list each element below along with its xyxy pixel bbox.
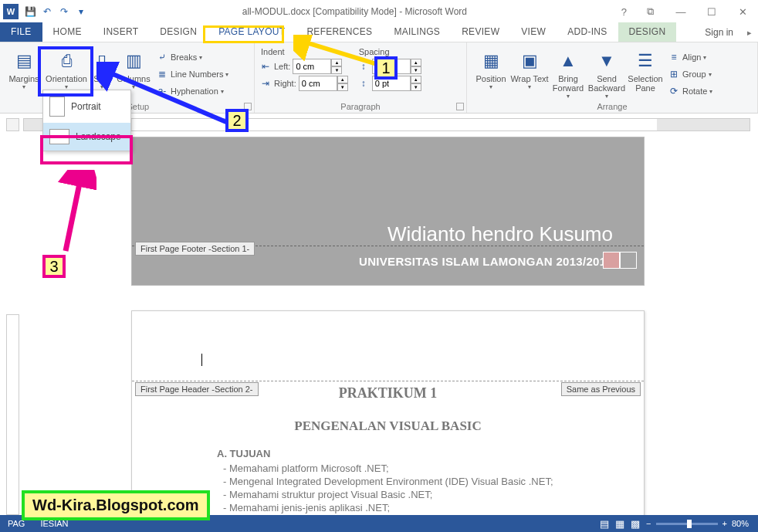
- qat-save-icon[interactable]: 💾: [23, 5, 37, 19]
- rotate-button[interactable]: ⟳Rotate▾: [668, 83, 712, 100]
- position-icon: ▦: [479, 49, 503, 73]
- ribbon-tab-strip: FILE HOME INSERT DESIGN PAGE LAYOUT REFE…: [0, 23, 758, 42]
- group-arrange: ▦Position▾ ▣Wrap Text▾ ▲Bring Forward▾ ▼…: [467, 42, 758, 113]
- tab-mailings[interactable]: MAILINGS: [383, 22, 451, 42]
- text-cursor: [201, 354, 202, 366]
- position-button[interactable]: ▦Position▾: [472, 46, 510, 100]
- close-icon[interactable]: ✕: [727, 2, 758, 22]
- zoom-percent[interactable]: 80%: [732, 519, 749, 528]
- tab-insert[interactable]: INSERT: [93, 22, 150, 42]
- doc-outline: A. TUJUAN - Memahami platform Microsoft …: [217, 448, 582, 515]
- window-title: all-MODUL.docx [Compatibility Mode] - Mi…: [88, 6, 621, 17]
- tab-design[interactable]: DESIGN: [149, 22, 208, 42]
- annotation-highlight-pagelayout: [203, 25, 284, 43]
- page-1-footer-area: First Page Footer -Section 1- Widianto h…: [131, 137, 645, 286]
- indent-left-input[interactable]: ▲▼: [293, 59, 342, 74]
- view-print-icon[interactable]: ▦: [615, 518, 624, 530]
- indent-right-input[interactable]: ▲▼: [299, 76, 348, 91]
- annotation-highlight-orientation: [38, 46, 93, 97]
- ribbon-collapse-icon[interactable]: ▸: [741, 24, 758, 42]
- rotate-icon: ⟳: [668, 85, 680, 97]
- annotation-step-1: 1: [374, 56, 398, 80]
- line-numbers-icon: ≣: [156, 68, 168, 80]
- indent-left-icon: ⇤: [259, 60, 272, 73]
- annotation-step-2: 2: [225, 109, 249, 132]
- annotation-highlight-landscape: [40, 135, 133, 164]
- paragraph-dialog-icon[interactable]: [456, 103, 464, 110]
- tab-review[interactable]: REVIEW: [451, 22, 510, 42]
- align-button[interactable]: ≡Align▾: [668, 49, 712, 66]
- footer-squares: [603, 252, 637, 269]
- margins-icon: ▤: [12, 49, 36, 73]
- footer-author: Widianto hendro Kusumo: [271, 222, 613, 246]
- indent-right-icon: ⇥: [259, 77, 272, 90]
- qat-customize-icon[interactable]: ▾: [74, 5, 88, 19]
- wrap-text-icon: ▣: [517, 49, 542, 73]
- breaks-icon: ⤶: [156, 51, 168, 63]
- page-2[interactable]: First Page Header -Section 2- Same as Pr…: [131, 310, 645, 515]
- zoom-in-icon[interactable]: +: [722, 519, 727, 528]
- spacing-after-icon: ↕: [357, 77, 370, 90]
- word-app-icon: W: [3, 4, 19, 19]
- align-icon: ≡: [668, 51, 680, 63]
- tab-view[interactable]: VIEW: [510, 22, 557, 42]
- document-workspace: First Page Footer -Section 1- Widianto h…: [0, 114, 758, 515]
- sign-in-link[interactable]: Sign in: [697, 23, 741, 42]
- hyphenation-button[interactable]: a-Hyphenation▾: [156, 83, 228, 100]
- qat-undo-icon[interactable]: ↶: [40, 5, 54, 19]
- view-web-icon[interactable]: ▩: [631, 518, 640, 530]
- footer-section-tab: First Page Footer -Section 1-: [135, 242, 255, 256]
- group-button[interactable]: ⊞Group▾: [668, 66, 712, 83]
- bring-forward-icon: ▲: [556, 49, 580, 73]
- annotation-step-3: 3: [42, 255, 66, 278]
- tab-file[interactable]: FILE: [0, 22, 42, 42]
- title-bar: W 💾 ↶ ↷ ▾ all-MODUL.docx [Compatibility …: [0, 0, 758, 23]
- tab-references[interactable]: REFERENCES: [296, 22, 383, 42]
- view-read-icon[interactable]: ▤: [600, 518, 609, 530]
- hyphenation-icon: a-: [156, 85, 168, 97]
- tab-table-design[interactable]: DESIGN: [618, 22, 677, 42]
- breaks-button[interactable]: ⤶Breaks▾: [156, 49, 228, 66]
- header-section-tab: First Page Header -Section 2-: [135, 382, 259, 396]
- ruler-corner: [6, 118, 19, 131]
- group-icon: ⊞: [668, 68, 680, 80]
- line-numbers-button[interactable]: ≣Line Numbers▾: [156, 66, 228, 83]
- same-as-previous-tab: Same as Previous: [561, 382, 641, 396]
- bring-forward-button[interactable]: ▲Bring Forward▾: [549, 46, 587, 100]
- minimize-icon[interactable]: —: [665, 2, 696, 22]
- zoom-out-icon[interactable]: −: [646, 519, 651, 528]
- annotation-watermark: Wd-Kira.Blogspot.com: [22, 490, 210, 520]
- restore-window-icon[interactable]: ⧉: [634, 2, 665, 22]
- vertical-ruler[interactable]: [6, 314, 19, 515]
- selection-pane-button[interactable]: ☰Selection Pane: [626, 46, 665, 100]
- indent-label: Indent: [259, 46, 348, 58]
- spacing-before-icon: ↕: [357, 60, 370, 73]
- footer-university: UNIVERSITAS ISLAM LAMONGAN 2013/2014: [271, 255, 613, 268]
- maximize-icon[interactable]: ☐: [696, 2, 727, 22]
- zoom-slider[interactable]: [656, 523, 718, 525]
- selection-pane-icon: ☰: [633, 49, 658, 73]
- horizontal-ruler[interactable]: [23, 118, 750, 131]
- columns-icon: ▥: [121, 49, 146, 73]
- send-backward-icon: ▼: [594, 49, 619, 73]
- tab-home[interactable]: HOME: [42, 22, 93, 42]
- help-icon[interactable]: ?: [621, 6, 627, 18]
- group-paragraph: Indent ⇤Left: ▲▼ ⇥Right: ▲▼ Spacing ↕ ▲▼…: [255, 42, 467, 113]
- wrap-text-button[interactable]: ▣Wrap Text▾: [510, 46, 549, 100]
- qat-redo-icon[interactable]: ↷: [57, 5, 71, 19]
- doc-subtitle: PENGENALAN VISUAL BASIC: [132, 418, 644, 434]
- tab-addins[interactable]: ADD-INS: [557, 22, 618, 42]
- send-backward-button[interactable]: ▼Send Backward▾: [587, 46, 626, 100]
